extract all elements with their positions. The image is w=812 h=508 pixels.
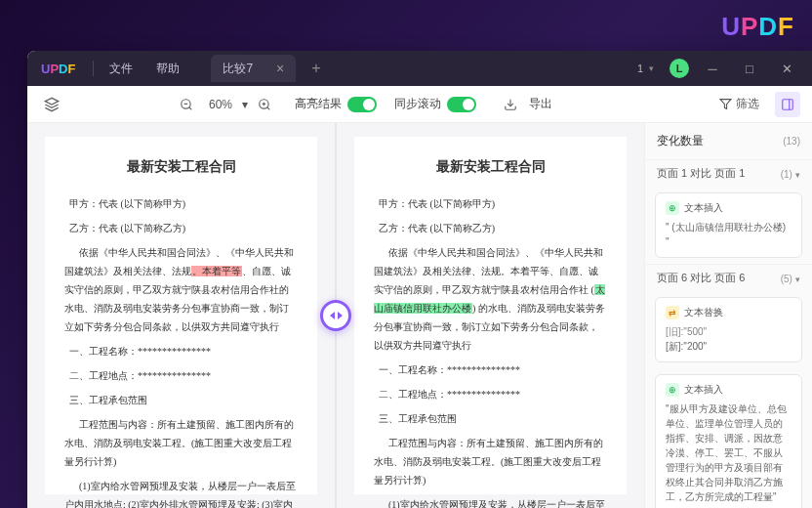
zoom-value[interactable]: 60% <box>203 98 238 111</box>
updf-watermark: UPDF <box>721 12 794 42</box>
titlebar: UPDF 文件 帮助 比较7 × + 1 ▾ L ─ □ ✕ <box>27 51 812 86</box>
page-indicator: 1 <box>637 63 643 74</box>
tab-label: 比较7 <box>223 61 253 77</box>
tab-close-icon[interactable]: × <box>276 61 284 76</box>
menu-help[interactable]: 帮助 <box>144 61 191 77</box>
chevron-down-icon[interactable]: ▾ <box>649 64 654 73</box>
svg-rect-10 <box>783 99 793 109</box>
svg-marker-9 <box>720 100 731 109</box>
filter-icon <box>719 98 732 110</box>
highlight-deletion: 。本着平等 <box>191 266 242 276</box>
sync-scroll-toggle[interactable] <box>447 97 476 112</box>
zoom-out-icon[interactable] <box>174 92 199 117</box>
insert-icon: ⊕ <box>666 201 679 215</box>
section-page1[interactable]: 页面 1 对比 页面 1 (1) ▾ <box>645 159 812 187</box>
change-item[interactable]: ⊕文本插入 " (太山庙镇信用联社办公楼) " <box>655 192 802 258</box>
section-page6[interactable]: 页面 6 对比 页面 6 (5) ▾ <box>645 264 812 291</box>
maximize-icon[interactable]: □ <box>734 55 765 82</box>
divider-handle[interactable] <box>320 300 351 331</box>
change-item[interactable]: ⇄文本替换 [旧]:"500"[新]:"200" <box>655 297 802 362</box>
doc-title: 最新安装工程合同 <box>374 154 607 181</box>
pane-divider <box>335 123 337 508</box>
svg-marker-0 <box>45 98 58 105</box>
panel-header: 变化数量 (13) <box>645 123 812 159</box>
doc-title: 最新安装工程合同 <box>64 154 298 181</box>
document-compare-area: 最新安装工程合同 甲方：代表 (以下简称甲方) 乙方：代表 (以下简称乙方) 依… <box>27 123 644 508</box>
tab-add-icon[interactable]: + <box>304 60 328 77</box>
close-icon[interactable]: ✕ <box>771 55 802 82</box>
avatar[interactable]: L <box>670 59 689 78</box>
minimize-icon[interactable]: ─ <box>697 55 728 82</box>
svg-line-2 <box>189 106 192 109</box>
intro-paragraph: 依据《中华人民共和国合同法》、《中华人民共和国建筑法》及相关法律、法规。本着平等… <box>64 243 298 336</box>
separator <box>93 61 94 76</box>
layers-icon[interactable] <box>39 92 64 117</box>
svg-line-5 <box>267 106 270 109</box>
zoom-in-icon[interactable] <box>252 92 277 117</box>
party-b: 乙方：代表 (以下简称乙方) <box>374 219 607 237</box>
doc-pane-right[interactable]: 最新安装工程合同 甲方：代表 (以下简称甲方) 乙方：代表 (以下简称乙方) 依… <box>337 123 644 508</box>
party-a: 甲方：代表 (以下简称甲方) <box>374 194 607 213</box>
panel-toggle-icon[interactable] <box>775 92 800 117</box>
menu-file[interactable]: 文件 <box>98 61 144 77</box>
sync-scroll-label: 同步滚动 <box>394 96 441 112</box>
doc-pane-left[interactable]: 最新安装工程合同 甲方：代表 (以下简称甲方) 乙方：代表 (以下简称乙方) 依… <box>27 123 335 508</box>
total-count: (13) <box>783 136 800 147</box>
app-logo: UPDF <box>27 62 89 76</box>
filter-button[interactable]: 筛选 <box>711 92 767 116</box>
tab-compare[interactable]: 比较7 × <box>211 55 296 82</box>
zoom-dropdown-icon[interactable]: ▾ <box>242 98 248 111</box>
highlight-toggle[interactable] <box>347 97 377 112</box>
party-a: 甲方：代表 (以下简称甲方) <box>64 194 298 213</box>
main-area: 最新安装工程合同 甲方：代表 (以下简称甲方) 乙方：代表 (以下简称乙方) 依… <box>27 123 812 508</box>
change-item[interactable]: ⊕文本插入 "服从甲方及建设单位、总包单位、监理单位管理人员的指挥、安排、调派，… <box>655 374 802 508</box>
party-b: 乙方：代表 (以下简称乙方) <box>64 219 298 237</box>
insert-icon: ⊕ <box>666 383 679 397</box>
replace-icon: ⇄ <box>666 306 679 319</box>
chevron-down-icon: ▾ <box>795 170 800 180</box>
chevron-down-icon: ▾ <box>795 275 800 284</box>
export-button[interactable]: 导出 <box>529 96 552 112</box>
highlight-label: 高亮结果 <box>295 96 342 112</box>
export-icon[interactable] <box>498 92 523 117</box>
app-window: UPDF 文件 帮助 比较7 × + 1 ▾ L ─ □ ✕ 60% ▾ 高亮结… <box>27 51 812 508</box>
toolbar: 60% ▾ 高亮结果 同步滚动 导出 筛选 <box>27 86 812 123</box>
changes-panel: 变化数量 (13) 页面 1 对比 页面 1 (1) ▾ ⊕文本插入 " (太山… <box>644 123 812 508</box>
intro-paragraph: 依据《中华人民共和国合同法》、《中华人民共和国建筑法》及相关法律、法规。本着平等… <box>374 243 607 355</box>
